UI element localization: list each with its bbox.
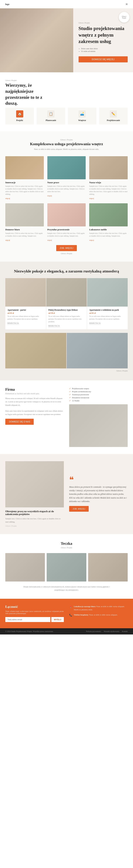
footer-contact: 📍 Lokalizacja naszego biura Nunc at nibh… bbox=[69, 605, 128, 622]
room-link-deluxe[interactable]: REKRUTACJA bbox=[48, 325, 60, 328]
footer-newsletter: Łączność Nunc ullamcorper scelerisque la… bbox=[5, 605, 64, 622]
beliefs-grid: 🏠 Projekt 📋 Planowanie 🛋️ Wnętrze ✏️ Pro… bbox=[5, 108, 128, 124]
rooms-section: Niezwykłe pokoje z elegancką, a zarazem … bbox=[0, 261, 133, 380]
quote-right: ❝ Masa doloru pa pretaent bi commodo - t… bbox=[69, 476, 128, 512]
footer-links: Polityka prywatności Warunki użytkowania… bbox=[86, 630, 128, 632]
service-text-wizja: Sample text. Click to select the text bo… bbox=[89, 185, 128, 195]
room-link-parter[interactable]: REKRUTACJA bbox=[7, 322, 19, 325]
quote-author-meta: Główn i Projekt bbox=[5, 525, 64, 527]
room-text-deluxe: To se velit esse cillum dolore eu fugiat… bbox=[48, 315, 85, 323]
logo[interactable]: logo bbox=[5, 3, 9, 6]
belief-card-projekt[interactable]: 🏠 Projekt bbox=[5, 108, 34, 124]
portfolio-item-1[interactable] bbox=[5, 553, 45, 582]
belief-icon-planowanie: 📋 bbox=[47, 111, 54, 118]
quote-cta-button[interactable]: ZOB. WIĘCEJ bbox=[69, 506, 89, 512]
contact-address: 📍 Lokalizacja naszego biura Nunc at nibh… bbox=[69, 605, 128, 611]
company-left: Firma Elementum ac facilisis sed odio mo… bbox=[5, 388, 64, 447]
newsletter-submit-button[interactable]: WYŚLIJ bbox=[51, 617, 64, 622]
company-text2: Duis aute irure dolor in reprehenderit i… bbox=[5, 409, 64, 416]
belief-icon-projekt: 🏠 bbox=[16, 111, 23, 118]
footer-link-contact[interactable]: Kontakt bbox=[122, 630, 128, 632]
newsletter-input[interactable] bbox=[5, 617, 50, 622]
portfolio-grid bbox=[5, 553, 128, 582]
service-link-innowacje[interactable]: więcej bbox=[5, 197, 10, 199]
service-link-wizja[interactable]: więcej bbox=[89, 197, 94, 199]
beliefs-meta: Główn i Projekt bbox=[5, 80, 128, 82]
rooms-title: Niezwykłe pokoje z elegancką, a zarazem … bbox=[5, 269, 128, 274]
hero-badge-text: Główn i Projekt bbox=[120, 16, 128, 19]
footer-link-privacy[interactable]: Polityka prywatności bbox=[86, 630, 101, 632]
newsletter-text: Nunc ullamcorper scelerisque lacus commo… bbox=[5, 610, 64, 614]
room-price-value: od 41 zł bbox=[7, 312, 14, 314]
service-image-biuro bbox=[5, 203, 44, 226]
service-card-innowacje: Innowacje Sample text. Click to select t… bbox=[5, 156, 44, 200]
phone-icon: 📞 bbox=[69, 614, 72, 617]
services-cta-button[interactable]: ZOB. WIĘCEJ bbox=[56, 245, 77, 251]
company-cta-button[interactable]: DOWIEDZ SIĘ O NAS bbox=[5, 419, 34, 425]
services-grid: Innowacje Sample text. Click to select t… bbox=[5, 156, 128, 242]
quote-author-service-title: Oferujemy pracę na wszystkich etapach aż… bbox=[5, 510, 64, 516]
service-link-prace[interactable]: więcej bbox=[47, 195, 52, 197]
check-item-4: Doradztwo kreatywne bbox=[69, 397, 128, 399]
service-link-meble[interactable]: więcej bbox=[89, 239, 94, 241]
service-image-wizja bbox=[89, 156, 128, 179]
portfolio-item-2[interactable] bbox=[47, 553, 86, 582]
services-desc: Nunc at nibh in nibh varius aliquam. Mor… bbox=[22, 148, 111, 151]
check-item-5: 12 Studio bbox=[69, 400, 128, 402]
hero-badge: Główn i Projekt bbox=[119, 12, 129, 23]
service-text-biuro: Sample text. Click to select the text bo… bbox=[5, 232, 44, 237]
portfolio-title: Teczka bbox=[5, 541, 128, 546]
belief-card-planowanie[interactable]: 📋 Planowanie bbox=[37, 108, 65, 124]
services-title: Kompleksowa usługa projektowania wnętrz bbox=[5, 142, 128, 146]
belief-icon-wnetrze: 🛋️ bbox=[79, 111, 86, 118]
company-section: Firma Elementum ac facilisis sed odio mo… bbox=[0, 380, 133, 454]
room-link-park[interactable]: REKRUTACJA bbox=[89, 322, 100, 325]
contact-phone: 📞 Telefon bezpłatny Nunc at nibh in nibh… bbox=[69, 613, 128, 617]
quote-mark: ❝ bbox=[69, 476, 128, 483]
hero-list-item-2: Ut enim ad minim bbox=[81, 50, 128, 52]
hero-section: Główn i Projekt Studio projektowania wnę… bbox=[0, 8, 133, 72]
menu-icon[interactable]: ≡ bbox=[126, 2, 128, 6]
belief-label-projekt: Projekt bbox=[16, 119, 23, 122]
person-image-wrap bbox=[5, 461, 64, 507]
service-card-biuro: Domowe biuro Sample text. Click to selec… bbox=[5, 203, 44, 242]
room-name-park: Apartament z widokiem na park bbox=[89, 309, 126, 311]
portfolio-sub: Główn i Projekt bbox=[5, 547, 128, 549]
room-image-park bbox=[87, 278, 128, 307]
gallery-image-right bbox=[67, 333, 128, 368]
room-price-park: od 61 zł bbox=[89, 312, 126, 314]
portfolio-section: Teczka Główn i Projekt Dzięki doświadcze… bbox=[0, 534, 133, 599]
gallery-caption: Główn i Projekt bbox=[0, 368, 133, 373]
newsletter-form: WYŚLIJ bbox=[5, 617, 64, 622]
services-footer: Główn i Projekt bbox=[5, 252, 128, 254]
room-price-value: od 61 zł bbox=[89, 312, 96, 314]
service-card-prace: Nasze prace Sample text. Click to select… bbox=[47, 156, 86, 200]
hero-image bbox=[0, 8, 73, 72]
address-label: Lokalizacja naszego biura bbox=[74, 605, 96, 608]
service-card-przestrzenie: Przytulne przestrzenie Sample text. Clic… bbox=[47, 203, 86, 242]
hero-title: Studio projektowania wnętrz z pełnym zak… bbox=[79, 25, 128, 44]
service-text-innowacje: Sample text. Click to select the text bo… bbox=[5, 185, 44, 195]
navigation: logo ≡ bbox=[0, 0, 133, 8]
service-text-prace: Sample text. Click to select the text bo… bbox=[47, 185, 86, 193]
phone-label: Telefon bezpłatny bbox=[74, 614, 88, 616]
service-image-przestrzenie bbox=[47, 203, 86, 226]
gallery-image-left bbox=[5, 333, 66, 368]
room-price-value: od 58 zł bbox=[48, 312, 55, 314]
room-price-parter: od 41 zł bbox=[7, 312, 44, 314]
company-title: Firma bbox=[5, 388, 64, 392]
service-link-biuro[interactable]: więcej bbox=[5, 239, 10, 241]
belief-card-wnetrze[interactable]: 🛋️ Wnętrze bbox=[68, 108, 96, 124]
beliefs-title: Wierzymy, że najpiękniejsze przestrzenie… bbox=[5, 82, 55, 106]
service-link-przestrzenie[interactable]: więcej bbox=[47, 239, 52, 241]
footer-link-terms[interactable]: Warunki użytkowania bbox=[104, 630, 119, 632]
room-image-deluxe bbox=[46, 278, 87, 307]
belief-icon-projektowanie: ✏️ bbox=[110, 111, 117, 118]
check-item-2: Projekt architektoniczny bbox=[69, 391, 128, 393]
beliefs-section: Główn i Projekt Wierzymy, że najpiękniej… bbox=[0, 72, 133, 131]
portfolio-item-3[interactable] bbox=[88, 553, 128, 582]
company-sub: Elementum ac facilisis sed odio morbi qu… bbox=[5, 393, 64, 395]
person-image bbox=[5, 461, 64, 507]
hero-cta-button[interactable]: DOWIEDZ SIĘ WIĘCEJ bbox=[79, 56, 128, 62]
belief-card-projektowanie[interactable]: ✏️ Projektowanie bbox=[99, 108, 128, 124]
